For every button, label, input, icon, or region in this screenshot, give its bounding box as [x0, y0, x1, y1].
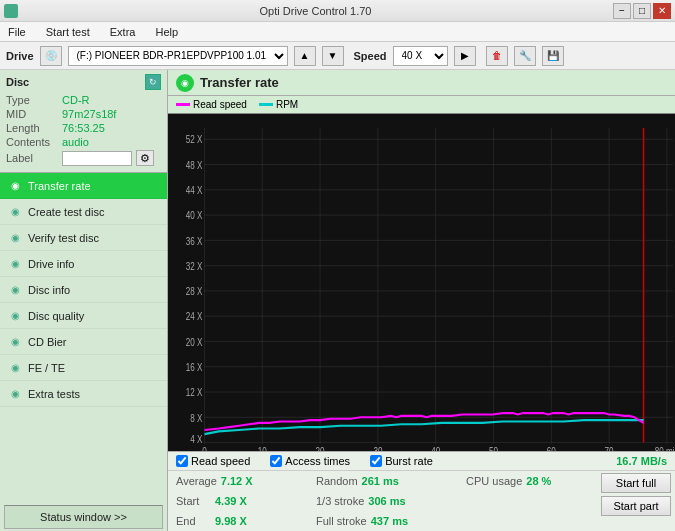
nav-item-cd-bier[interactable]: ◉ CD Bier [0, 329, 167, 355]
nav-item-disc-quality[interactable]: ◉ Disc quality [0, 303, 167, 329]
disc-label-label: Label [6, 152, 58, 164]
read-speed-checkbox-label: Read speed [191, 455, 250, 467]
random-value: 261 ms [362, 475, 402, 487]
svg-text:20 X: 20 X [186, 335, 203, 348]
disc-info-icon: ◉ [8, 283, 22, 297]
verify-test-disc-icon: ◉ [8, 231, 22, 245]
svg-text:40: 40 [431, 445, 440, 451]
svg-text:36 X: 36 X [186, 234, 203, 247]
save-button[interactable]: 💾 [542, 46, 564, 66]
legend-rpm-label: RPM [276, 99, 298, 110]
end-label: End [176, 515, 211, 527]
disc-contents-label: Contents [6, 136, 58, 148]
svg-text:40 X: 40 X [186, 209, 203, 222]
disc-type-value: CD-R [62, 94, 90, 106]
nav-items: ◉ Transfer rate ◉ Create test disc ◉ Ver… [0, 173, 167, 503]
rpm-color [259, 103, 273, 106]
svg-text:24 X: 24 X [186, 310, 203, 323]
disc-refresh-button[interactable]: ↻ [145, 74, 161, 90]
speed-select[interactable]: 40 X [393, 46, 448, 66]
full-stroke-value: 437 ms [371, 515, 411, 527]
disc-mid-value: 97m27s18f [62, 108, 116, 120]
disc-section: Disc ↻ Type CD-R MID 97m27s18f Length 76… [0, 70, 167, 173]
drive-label: Drive [6, 50, 34, 62]
start-part-button[interactable]: Start part [601, 496, 671, 516]
drive-info-icon: ◉ [8, 257, 22, 271]
drive-select[interactable]: (F:) PIONEER BDR-PR1EPDVPP100 1.01 [68, 46, 288, 66]
disc-mid-row: MID 97m27s18f [6, 108, 161, 120]
disc-label-row: Label ⚙ [6, 150, 161, 166]
nav-item-create-test-disc-label: Create test disc [28, 206, 104, 218]
nav-item-fe-te[interactable]: ◉ FE / TE [0, 355, 167, 381]
drive-up-button[interactable]: ▲ [294, 46, 316, 66]
burst-rate-checkbox[interactable] [370, 455, 382, 467]
read-speed-checkbox-item[interactable]: Read speed [176, 455, 250, 467]
burst-rate-checkbox-label: Burst rate [385, 455, 433, 467]
transfer-rate-icon: ◉ [8, 179, 22, 193]
cpu-usage-value: 28 % [526, 475, 566, 487]
minimize-button[interactable]: − [613, 3, 631, 19]
average-label: Average [176, 475, 217, 487]
nav-item-disc-info[interactable]: ◉ Disc info [0, 277, 167, 303]
svg-text:8 X: 8 X [190, 411, 203, 424]
erase-button[interactable]: 🗑 [486, 46, 508, 66]
legend-read-speed-label: Read speed [193, 99, 247, 110]
disc-header: Disc ↻ [6, 74, 161, 90]
menu-start-test[interactable]: Start test [42, 24, 94, 40]
nav-item-extra-tests[interactable]: ◉ Extra tests [0, 381, 167, 407]
svg-text:52 X: 52 X [186, 133, 203, 146]
stats-row-1: Average 7.12 X Random 261 ms CPU usage 2… [168, 471, 597, 491]
nav-item-verify-test-disc-label: Verify test disc [28, 232, 99, 244]
svg-text:16 X: 16 X [186, 361, 203, 374]
status-window-button[interactable]: Status window >> [4, 505, 163, 529]
nav-item-drive-info-label: Drive info [28, 258, 74, 270]
nav-item-extra-tests-label: Extra tests [28, 388, 80, 400]
speed-label: Speed [354, 50, 387, 62]
svg-text:12 X: 12 X [186, 386, 203, 399]
access-times-checkbox-item[interactable]: Access times [270, 455, 350, 467]
nav-item-drive-info[interactable]: ◉ Drive info [0, 251, 167, 277]
maximize-button[interactable]: □ [633, 3, 651, 19]
svg-text:44 X: 44 X [186, 184, 203, 197]
burst-rate-checkbox-item[interactable]: Burst rate [370, 455, 433, 467]
drive-icon: 💿 [40, 46, 62, 66]
read-speed-checkbox[interactable] [176, 455, 188, 467]
stats-row-3: End 9.98 X Full stroke 437 ms [168, 511, 597, 531]
title-bar-left [4, 4, 18, 18]
chart-area: 52 X 48 X 44 X 40 X 36 X 32 X 28 X 24 X … [168, 114, 675, 451]
create-test-disc-icon: ◉ [8, 205, 22, 219]
stats-area: Read speed Access times Burst rate 16.7 … [168, 451, 675, 531]
nav-item-transfer-rate-label: Transfer rate [28, 180, 91, 192]
disc-length-value: 76:53.25 [62, 122, 105, 134]
speed-apply-button[interactable]: ▶ [454, 46, 476, 66]
nav-item-create-test-disc[interactable]: ◉ Create test disc [0, 199, 167, 225]
fe-te-icon: ◉ [8, 361, 22, 375]
menu-help[interactable]: Help [151, 24, 182, 40]
nav-item-verify-test-disc[interactable]: ◉ Verify test disc [0, 225, 167, 251]
options-button[interactable]: 🔧 [514, 46, 536, 66]
window-title: Opti Drive Control 1.70 [18, 5, 613, 17]
disc-type-label: Type [6, 94, 58, 106]
nav-item-disc-quality-label: Disc quality [28, 310, 84, 322]
drive-down-button[interactable]: ▼ [322, 46, 344, 66]
menu-file[interactable]: File [4, 24, 30, 40]
chart-svg: 52 X 48 X 44 X 40 X 36 X 32 X 28 X 24 X … [168, 114, 675, 451]
end-value: 9.98 X [215, 515, 255, 527]
full-stroke-label: Full stroke [316, 515, 367, 527]
svg-text:48 X: 48 X [186, 158, 203, 171]
nav-item-disc-info-label: Disc info [28, 284, 70, 296]
disc-label-button[interactable]: ⚙ [136, 150, 154, 166]
sidebar: Disc ↻ Type CD-R MID 97m27s18f Length 76… [0, 70, 168, 531]
svg-text:20: 20 [316, 445, 325, 451]
disc-mid-label: MID [6, 108, 58, 120]
svg-text:30: 30 [373, 445, 382, 451]
disc-label-input[interactable] [62, 151, 132, 166]
access-times-checkbox[interactable] [270, 455, 282, 467]
extra-tests-icon: ◉ [8, 387, 22, 401]
nav-item-transfer-rate[interactable]: ◉ Transfer rate [0, 173, 167, 199]
menu-extra[interactable]: Extra [106, 24, 140, 40]
chart-icon: ◉ [176, 74, 194, 92]
svg-text:4 X: 4 X [190, 432, 203, 445]
start-full-button[interactable]: Start full [601, 473, 671, 493]
close-button[interactable]: ✕ [653, 3, 671, 19]
